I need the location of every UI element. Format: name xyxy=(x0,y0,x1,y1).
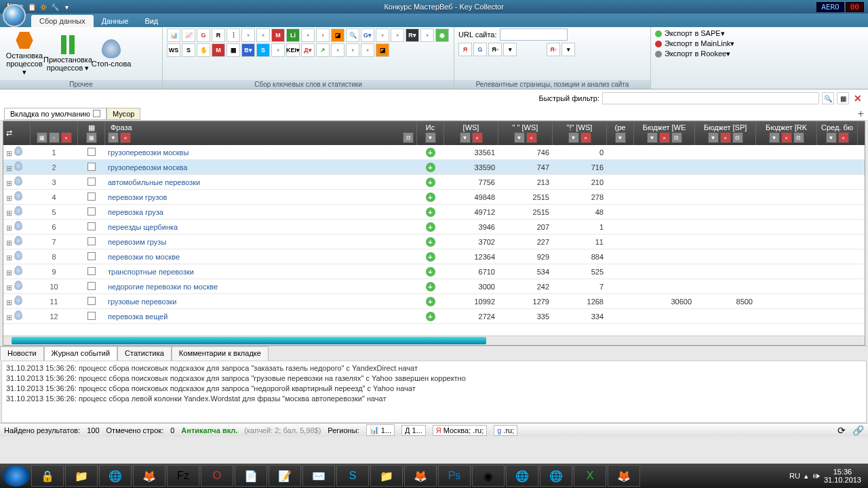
worksheet-tabs: Вкладка по умолчанию Мусор + xyxy=(0,107,868,121)
export-panel: Экспорт в SAPE▾ Экспорт в MainLink▾ Эксп… xyxy=(651,27,738,89)
status-bar: Найдено результатов:100 Отмечено строк:0… xyxy=(0,423,868,436)
export-rookee[interactable]: Экспорт в Rookee▾ xyxy=(655,49,734,59)
row-checkbox[interactable] xyxy=(87,222,96,230)
shield-icon xyxy=(14,310,22,320)
plus-icon[interactable]: + xyxy=(426,222,435,232)
table-row[interactable]: ⊞ 7перевозим грузы+370222711 xyxy=(3,235,865,249)
shield-icon xyxy=(14,176,22,186)
btab-stats[interactable]: Статистика xyxy=(117,346,172,361)
table-row[interactable]: ⊞ 12перевозка вещей+2724335334 xyxy=(3,309,865,324)
refresh-icon[interactable]: ⟳ xyxy=(837,425,846,436)
tab-trash[interactable]: Мусор xyxy=(106,108,141,120)
tool-icon[interactable]: 📊 xyxy=(167,28,180,42)
shield-icon xyxy=(14,206,22,216)
ribbon: Остановка процессов ▾ Приостановка проце… xyxy=(0,27,868,89)
taskbar-item[interactable]: 🔒 xyxy=(31,465,64,487)
table-row[interactable]: ⊞ 3автомобильные перевозки+7756213210 xyxy=(3,175,865,190)
table-row[interactable]: ⊞ 10недорогие перевозки по москве+300024… xyxy=(3,279,865,294)
filter-bar: Быстрый фильтр: 🔍 ▦ ✕ xyxy=(0,89,868,107)
row-checkbox[interactable] xyxy=(87,163,96,171)
stopwords-button[interactable]: Стоп-слова xyxy=(91,39,132,68)
plus-icon[interactable]: + xyxy=(426,237,435,247)
shield-icon xyxy=(14,236,22,245)
table-row[interactable]: ⊞ 11грузовые перевозки+10992127912683060… xyxy=(3,294,865,309)
phrase-cell[interactable]: перевозка груза xyxy=(105,208,417,216)
stop-process-button[interactable]: Остановка процессов ▾ xyxy=(4,31,45,77)
plus-icon[interactable]: + xyxy=(426,312,435,321)
table-row[interactable]: ⊞ 9транспортные перевозки+6710534525 xyxy=(3,264,865,279)
plus-icon[interactable]: + xyxy=(426,148,435,157)
filter-btn-1[interactable]: 🔍 xyxy=(822,92,834,104)
btab-news[interactable]: Новости xyxy=(0,346,44,361)
plus-icon[interactable]: + xyxy=(426,252,435,262)
bottom-tabs: Новости Журнал событий Статистика Коммен… xyxy=(0,346,868,361)
row-checkbox[interactable] xyxy=(87,148,96,156)
btab-log[interactable]: Журнал событий xyxy=(44,346,117,361)
phrase-cell[interactable]: перевозка вещей xyxy=(105,312,417,321)
row-checkbox[interactable] xyxy=(87,282,96,290)
app-icon[interactable] xyxy=(3,4,26,27)
phrase-cell[interactable]: недорогие перевозки по москве xyxy=(105,283,417,291)
pause-process-button[interactable]: Приостановка процессов ▾ xyxy=(47,35,88,73)
plus-icon[interactable]: + xyxy=(426,192,435,202)
google-icon[interactable]: G xyxy=(473,43,487,56)
phrase-cell[interactable]: перевозки грузов xyxy=(105,193,417,201)
phrase-cell[interactable]: грузоперевозки москва xyxy=(105,163,417,171)
row-checkbox[interactable] xyxy=(87,178,96,186)
filter-btn-2[interactable]: ▦ xyxy=(837,92,849,104)
data-grid: ⇄ ▦▫× ▦▦ Фраза▼×⊟ Ис▼ [WS]▼× " " [WS]▼× … xyxy=(3,121,865,346)
start-button[interactable] xyxy=(3,465,30,487)
row-checkbox[interactable] xyxy=(87,267,96,275)
ribbon-tabs: Сбор данных Данные Вид xyxy=(0,14,868,27)
shield-icon xyxy=(14,191,22,201)
grid-header: ⇄ ▦▫× ▦▦ Фраза▼×⊟ Ис▼ [WS]▼× " " [WS]▼× … xyxy=(3,121,865,145)
export-sape[interactable]: Экспорт в SAPE▾ xyxy=(655,28,734,39)
table-row[interactable]: ⊞ 8перевозки по москве+12364929884 xyxy=(3,249,865,264)
tab-default[interactable]: Вкладка по умолчанию xyxy=(4,108,106,120)
row-checkbox[interactable] xyxy=(87,252,96,260)
link-icon[interactable]: 🔗 xyxy=(852,425,864,436)
row-checkbox[interactable] xyxy=(87,297,96,305)
phrase-cell[interactable]: автомобильные перевозки xyxy=(105,178,417,186)
table-row[interactable]: ⊞ 2грузоперевозки москва+33590747716 xyxy=(3,160,865,175)
phrase-cell[interactable]: переезды щербинка xyxy=(105,223,417,231)
shield-icon xyxy=(14,161,22,171)
tab-view[interactable]: Вид xyxy=(136,15,166,27)
phrase-cell[interactable]: перевозим грузы xyxy=(105,238,417,246)
shield-icon xyxy=(14,221,22,230)
event-log: 31.10.2013 15:36:26: процесс сбора поиск… xyxy=(1,361,867,423)
tab-collect[interactable]: Сбор данных xyxy=(31,15,94,27)
table-row[interactable]: ⊞ 1грузоперевозки москвы+335617460 xyxy=(3,145,865,160)
export-mainlink[interactable]: Экспорт в MainLink▾ xyxy=(655,39,734,49)
shield-icon xyxy=(14,281,22,290)
table-row[interactable]: ⊞ 5перевозка груза+49712251548 xyxy=(3,205,865,220)
filter-clear[interactable]: ✕ xyxy=(852,92,864,104)
plus-icon[interactable]: + xyxy=(426,163,435,172)
add-tab-button[interactable]: + xyxy=(858,108,864,120)
plus-icon[interactable]: + xyxy=(426,178,435,187)
row-checkbox[interactable] xyxy=(87,192,96,201)
row-checkbox[interactable] xyxy=(87,237,96,245)
row-checkbox[interactable] xyxy=(87,207,96,216)
shield-icon xyxy=(14,266,22,275)
phrase-cell[interactable]: грузоперевозки москвы xyxy=(105,148,417,157)
horizontal-scrollbar[interactable] xyxy=(3,336,865,345)
plus-icon[interactable]: + xyxy=(426,207,435,217)
btab-comments[interactable]: Комментарии к вкладке xyxy=(172,346,269,361)
yandex-icon[interactable]: Я xyxy=(458,43,472,56)
plus-icon[interactable]: + xyxy=(426,267,435,277)
quick-filter-input[interactable] xyxy=(602,92,819,104)
phrase-cell[interactable]: грузовые перевозки xyxy=(105,298,417,306)
plus-icon[interactable]: + xyxy=(426,282,435,291)
table-row[interactable]: ⊞ 6переезды щербинка+39462071 xyxy=(3,220,865,235)
tab-data[interactable]: Данные xyxy=(94,15,137,27)
plus-icon[interactable]: + xyxy=(426,297,435,306)
region-btn[interactable]: 📊1... xyxy=(366,424,395,436)
phrase-cell[interactable]: транспортные перевозки xyxy=(105,268,417,276)
shield-icon xyxy=(14,251,22,260)
table-row[interactable]: ⊞ 4перевозки грузов+498482515278 xyxy=(3,190,865,205)
row-checkbox[interactable] xyxy=(87,312,96,320)
phrase-cell[interactable]: перевозки по москве xyxy=(105,253,417,261)
titlebar: 💾↶📋🔅🔧▾ Конкурс МастерВеб - Key Collector… xyxy=(0,0,868,14)
url-input[interactable] xyxy=(500,28,568,41)
